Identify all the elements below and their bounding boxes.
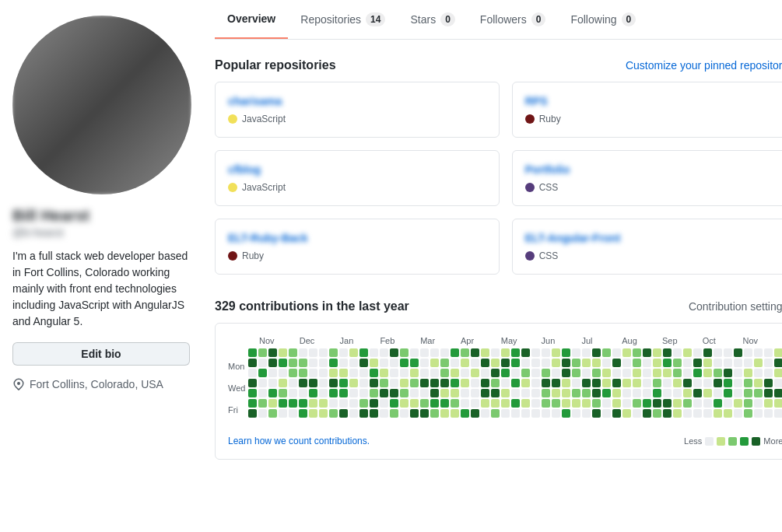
graph-cell[interactable] (612, 359, 621, 367)
graph-cell[interactable] (774, 359, 782, 367)
graph-cell[interactable] (693, 359, 702, 367)
graph-cell[interactable] (430, 389, 439, 397)
graph-cell[interactable] (349, 379, 358, 387)
graph-cell[interactable] (258, 399, 267, 408)
graph-cell[interactable] (774, 399, 782, 408)
graph-cell[interactable] (370, 359, 378, 367)
graph-cell[interactable] (552, 399, 560, 408)
graph-cell[interactable] (430, 359, 439, 367)
graph-cell[interactable] (410, 359, 419, 367)
graph-cell[interactable] (410, 379, 419, 387)
graph-cell[interactable] (359, 379, 368, 387)
graph-cell[interactable] (693, 409, 702, 418)
graph-cell[interactable] (339, 369, 348, 377)
graph-cell[interactable] (744, 359, 752, 367)
graph-cell[interactable] (309, 369, 317, 377)
graph-cell[interactable] (319, 399, 328, 408)
graph-cell[interactable] (521, 359, 530, 367)
graph-cell[interactable] (511, 399, 520, 408)
graph-cell[interactable] (653, 348, 661, 357)
graph-cell[interactable] (511, 369, 520, 377)
graph-cell[interactable] (714, 389, 722, 397)
graph-cell[interactable] (663, 409, 672, 418)
graph-cell[interactable] (562, 369, 570, 377)
graph-cell[interactable] (562, 348, 570, 357)
graph-cell[interactable] (582, 369, 591, 377)
graph-cell[interactable] (774, 348, 782, 357)
graph-cell[interactable] (643, 389, 651, 397)
graph-cell[interactable] (764, 409, 773, 418)
graph-cell[interactable] (643, 379, 651, 387)
graph-cell[interactable] (400, 359, 409, 367)
graph-cell[interactable] (299, 399, 307, 408)
graph-cell[interactable] (542, 369, 550, 377)
graph-cell[interactable] (390, 389, 398, 397)
repo-name[interactable]: RPS (525, 95, 782, 107)
graph-cell[interactable] (370, 369, 378, 377)
graph-cell[interactable] (582, 409, 591, 418)
graph-cell[interactable] (451, 399, 459, 408)
graph-cell[interactable] (248, 348, 257, 357)
graph-cell[interactable] (370, 399, 378, 408)
graph-cell[interactable] (400, 379, 409, 387)
graph-cell[interactable] (339, 359, 348, 367)
graph-cell[interactable] (724, 409, 732, 418)
graph-cell[interactable] (592, 369, 601, 377)
graph-cell[interactable] (653, 399, 661, 408)
graph-cell[interactable] (329, 348, 338, 357)
graph-cell[interactable] (653, 359, 661, 367)
graph-cell[interactable] (248, 399, 257, 408)
graph-cell[interactable] (673, 348, 682, 357)
graph-cell[interactable] (451, 348, 459, 357)
graph-cell[interactable] (440, 359, 449, 367)
graph-cell[interactable] (248, 379, 257, 387)
graph-cell[interactable] (531, 389, 540, 397)
graph-cell[interactable] (744, 399, 752, 408)
graph-cell[interactable] (491, 359, 500, 367)
graph-cell[interactable] (400, 369, 409, 377)
graph-cell[interactable] (612, 379, 621, 387)
graph-cell[interactable] (359, 389, 368, 397)
graph-cell[interactable] (683, 359, 692, 367)
graph-cell[interactable] (511, 389, 520, 397)
graph-cell[interactable] (542, 409, 550, 418)
graph-cell[interactable] (390, 359, 398, 367)
graph-cell[interactable] (572, 379, 580, 387)
graph-cell[interactable] (370, 348, 378, 357)
graph-cell[interactable] (359, 348, 368, 357)
graph-cell[interactable] (703, 359, 712, 367)
graph-cell[interactable] (248, 359, 257, 367)
graph-cell[interactable] (299, 359, 307, 367)
graph-cell[interactable] (612, 389, 621, 397)
graph-cell[interactable] (329, 389, 338, 397)
graph-cell[interactable] (451, 389, 459, 397)
graph-cell[interactable] (258, 379, 267, 387)
graph-cell[interactable] (714, 348, 722, 357)
graph-cell[interactable] (319, 348, 328, 357)
graph-cell[interactable] (643, 409, 651, 418)
graph-cell[interactable] (714, 379, 722, 387)
graph-cell[interactable] (552, 348, 560, 357)
graph-cell[interactable] (562, 389, 570, 397)
graph-cell[interactable] (511, 359, 520, 367)
graph-cell[interactable] (764, 399, 773, 408)
graph-cell[interactable] (703, 399, 712, 408)
graph-cell[interactable] (390, 399, 398, 408)
graph-cell[interactable] (582, 399, 591, 408)
graph-cell[interactable] (602, 369, 611, 377)
graph-cell[interactable] (420, 389, 429, 397)
graph-cell[interactable] (663, 348, 672, 357)
graph-cell[interactable] (521, 389, 530, 397)
graph-cell[interactable] (481, 399, 489, 408)
graph-cell[interactable] (714, 359, 722, 367)
graph-cell[interactable] (612, 409, 621, 418)
graph-cell[interactable] (724, 369, 732, 377)
graph-cell[interactable] (329, 379, 338, 387)
graph-cell[interactable] (552, 359, 560, 367)
graph-cell[interactable] (633, 359, 641, 367)
graph-cell[interactable] (521, 348, 530, 357)
graph-cell[interactable] (542, 348, 550, 357)
repo-name[interactable]: Portfolio (525, 163, 782, 176)
graph-cell[interactable] (531, 379, 540, 387)
graph-cell[interactable] (582, 348, 591, 357)
